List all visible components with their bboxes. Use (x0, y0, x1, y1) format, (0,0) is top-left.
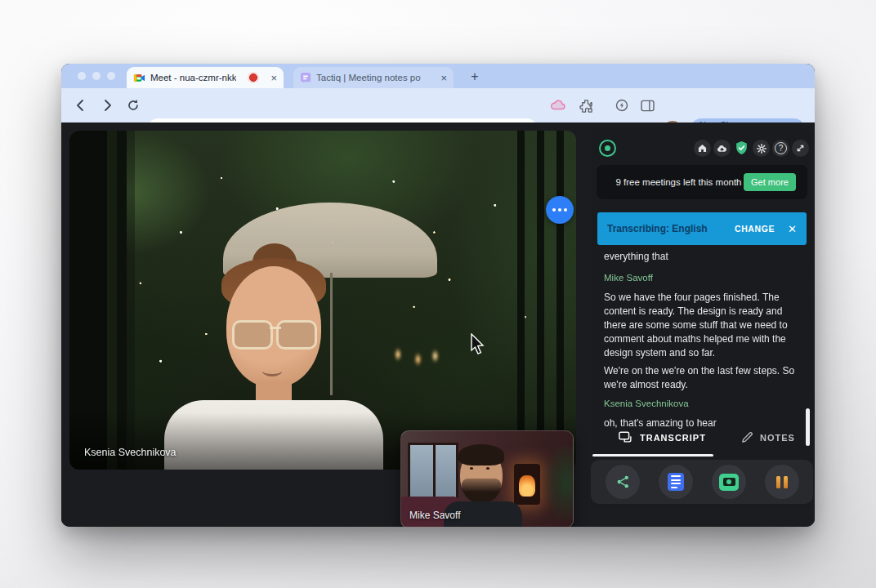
transcript-paragraph: So we have the four pages finished. The … (604, 291, 802, 360)
transcript-speaker[interactable]: Mike Savoff (604, 273, 653, 283)
google-docs-icon (668, 473, 684, 491)
battery-saver-icon[interactable] (612, 96, 632, 115)
screenshot-button[interactable] (712, 465, 746, 499)
tab-transcript[interactable]: TRANSCRIPT (619, 431, 706, 443)
pip-video-tile[interactable]: Mike Savoff (400, 430, 574, 527)
active-tab-underline (592, 454, 713, 457)
transcript-chat-icon (619, 431, 633, 443)
tactiq-panel: ? 9 free meetings left this month Get mo… (591, 129, 813, 510)
help-icon[interactable]: ? (772, 140, 789, 157)
quota-card: 9 free meetings left this month Get more (597, 165, 807, 199)
candles-glow (387, 341, 444, 374)
collapse-panel-icon[interactable] (792, 140, 809, 157)
main-participant-name: Ksenia Svechnikova (84, 447, 177, 458)
participant-mouth (262, 366, 282, 376)
pip-plant (537, 446, 574, 519)
notes-pencil-icon (741, 431, 753, 443)
tab-meet[interactable]: Meet - nua-czmr-nkk × (127, 67, 284, 88)
transcript-partial: everything that (604, 250, 802, 264)
tab-notes[interactable]: NOTES (741, 431, 795, 443)
get-more-button[interactable]: Get more (744, 173, 796, 191)
browser-window: Meet - nua-czmr-nkk × Tactiq | Meeting n… (61, 64, 815, 527)
window-close-button[interactable] (78, 72, 86, 80)
window-minimize-button[interactable] (92, 72, 101, 80)
main-video-tile: Ksenia Svechnikova (69, 131, 576, 470)
participant-glasses (230, 320, 319, 348)
forward-icon[interactable] (97, 96, 117, 115)
tab-meet-title: Meet - nua-czmr-nkk (150, 73, 236, 82)
tab-meet-close-icon[interactable]: × (270, 73, 277, 83)
extension-cloud-icon[interactable] (548, 96, 568, 115)
tab-tactiq-title: Tactiq | Meeting notes power (316, 73, 421, 82)
reload-icon[interactable] (123, 96, 143, 115)
browser-toolbar: meet.google.com/nua-czmr-nkk New Chrome … (61, 88, 815, 122)
tactiq-action-bar (591, 460, 813, 504)
cloud-upload-icon[interactable] (713, 140, 731, 157)
banner-close-icon[interactable]: ✕ (788, 223, 797, 235)
transcript-speaker[interactable]: Ksenia Svechnikova (604, 399, 689, 408)
mouse-cursor (470, 333, 488, 361)
transcript-paragraph: We're on the we're on the last few steps… (604, 364, 802, 392)
tab-strip: Meet - nua-czmr-nkk × Tactiq | Meeting n… (61, 64, 815, 88)
window-zoom-button[interactable] (107, 72, 115, 80)
settings-gear-icon[interactable] (753, 140, 770, 157)
share-button[interactable] (606, 465, 640, 499)
transcribing-banner: Transcribing: English CHANGE ✕ (597, 212, 807, 245)
tab-tactiq[interactable]: Tactiq | Meeting notes power × (293, 67, 454, 88)
pip-participant-name: Mike Savoff (409, 510, 460, 521)
pip-hair (458, 444, 504, 466)
pause-transcription-button[interactable] (765, 465, 799, 499)
meet-favicon-icon (133, 72, 145, 84)
change-language-button[interactable]: CHANGE (735, 224, 775, 234)
share-icon (616, 474, 630, 489)
back-icon[interactable] (71, 96, 91, 115)
chat-bubble-icon[interactable] (546, 196, 574, 224)
tactiq-favicon-icon (300, 72, 311, 83)
screenshot-camera-icon (719, 474, 739, 491)
recording-indicator-icon (248, 72, 259, 83)
google-docs-button[interactable] (659, 465, 693, 499)
tactiq-logo-icon (599, 140, 616, 157)
pip-beard (462, 479, 501, 503)
tab-tactiq-close-icon[interactable]: × (440, 73, 447, 83)
quota-text: 9 free meetings left this month (611, 176, 746, 189)
home-icon[interactable] (694, 140, 711, 157)
pause-icon (776, 476, 788, 488)
transcript-paragraph: oh, that's amazing to hear (604, 416, 802, 430)
side-panel-icon[interactable] (637, 96, 657, 115)
panel-tabs: TRANSCRIPT NOTES (591, 431, 813, 456)
privacy-shield-icon[interactable] (733, 140, 750, 157)
new-tab-button[interactable]: + (465, 67, 485, 87)
extensions-puzzle-icon[interactable] (576, 96, 596, 115)
transcribing-label: Transcribing: English (607, 223, 708, 234)
